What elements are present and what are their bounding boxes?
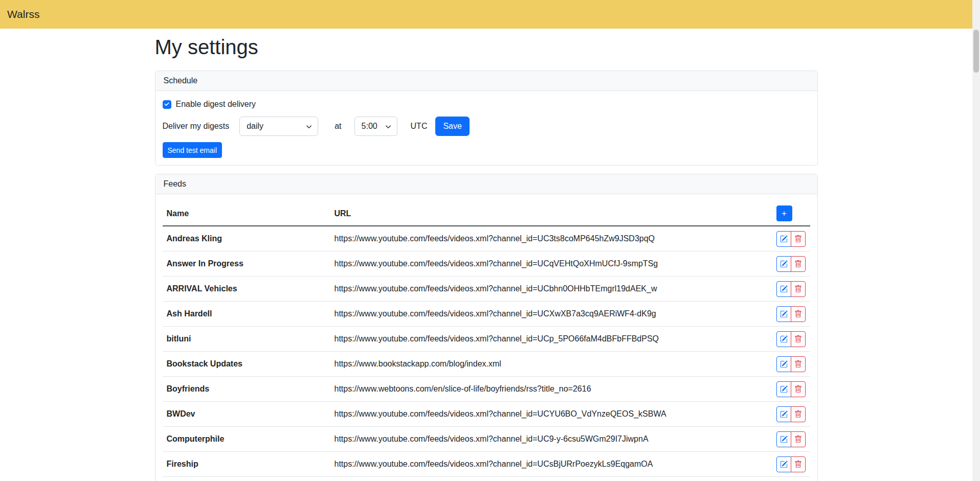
pencil-square-icon — [780, 410, 788, 418]
feed-actions — [776, 456, 806, 472]
navbar: Walrss — [0, 0, 972, 29]
schedule-card: Schedule Enable digest delivery Deliver … — [155, 71, 818, 166]
feed-name: Bookstack Updates — [163, 352, 330, 377]
feed-name: Go Time — [163, 477, 330, 481]
feed-actions — [776, 331, 806, 347]
pencil-square-icon — [780, 335, 788, 343]
pencil-square-icon — [780, 436, 788, 443]
table-row: bitluni https://www.youtube.com/feeds/vi… — [163, 327, 810, 352]
edit-feed-button[interactable] — [776, 256, 791, 272]
feed-url: https://www.youtube.com/feeds/videos.xml… — [330, 452, 772, 477]
trash-icon — [794, 436, 802, 443]
chevron-down-icon — [385, 124, 391, 130]
edit-feed-button[interactable] — [776, 431, 791, 447]
feed-name: Answer In Progress — [163, 251, 330, 277]
table-row: Computerphile https://www.youtube.com/fe… — [163, 427, 810, 452]
deliver-label: Deliver my digests — [163, 120, 230, 132]
feed-name: Andreas Kling — [163, 226, 330, 251]
at-label: at — [335, 120, 341, 132]
delete-feed-button[interactable] — [791, 356, 806, 372]
feed-url: https://www.youtube.com/feeds/videos.xml… — [330, 427, 772, 452]
feed-url: https://www.youtube.com/feeds/videos.xml… — [330, 251, 772, 277]
trash-icon — [794, 335, 802, 343]
feed-name: bitluni — [163, 327, 330, 352]
feed-url: https://www.youtube.com/feeds/videos.xml… — [330, 327, 772, 352]
table-row: Answer In Progress https://www.youtube.c… — [163, 251, 810, 277]
feed-actions — [776, 406, 806, 422]
table-row: Bookstack Updates https://www.bookstacka… — [163, 352, 810, 377]
time-select[interactable]: 5:00 — [354, 117, 397, 136]
feed-actions — [776, 431, 806, 447]
trash-icon — [794, 385, 802, 393]
edit-feed-button[interactable] — [776, 356, 791, 372]
column-header-url: URL — [330, 201, 772, 226]
pencil-square-icon — [780, 260, 788, 268]
delete-feed-button[interactable] — [791, 331, 806, 347]
edit-feed-button[interactable] — [776, 306, 791, 322]
feed-name: ARRIVAL Vehicles — [163, 277, 330, 302]
enable-digest-label[interactable]: Enable digest delivery — [176, 98, 256, 110]
check-icon — [164, 101, 170, 107]
feed-url: https://www.youtube.com/feeds/videos.xml… — [330, 402, 772, 427]
schedule-card-body: Enable digest delivery Deliver my digest… — [155, 91, 817, 165]
feed-url: https://www.youtube.com/feeds/videos.xml… — [330, 226, 772, 251]
feeds-table: Name URL + Andreas Kling https://www.you… — [163, 201, 810, 481]
trash-icon — [794, 410, 802, 418]
table-row: Ash Hardell https://www.youtube.com/feed… — [163, 302, 810, 327]
navbar-brand[interactable]: Walrss — [7, 6, 39, 22]
trash-icon — [794, 360, 802, 368]
table-row: Go Time https://changelog.com/gotime/fee… — [163, 477, 810, 481]
add-feed-button[interactable]: + — [776, 205, 792, 221]
delete-feed-button[interactable] — [791, 406, 806, 422]
page-title: My settings — [155, 35, 818, 59]
edit-feed-button[interactable] — [776, 406, 791, 422]
pencil-square-icon — [780, 360, 788, 368]
feed-actions — [776, 356, 806, 372]
table-row: Fireship https://www.youtube.com/feeds/v… — [163, 452, 810, 477]
schedule-card-header: Schedule — [155, 71, 817, 91]
feeds-table-body: Andreas Kling https://www.youtube.com/fe… — [163, 226, 810, 481]
time-select-value: 5:00 — [362, 120, 377, 132]
delete-feed-button[interactable] — [791, 231, 806, 247]
enable-digest-checkbox[interactable] — [163, 100, 171, 109]
page: Walrss My settings Schedule Enable diges… — [0, 0, 972, 481]
delete-feed-button[interactable] — [791, 281, 806, 297]
frequency-select[interactable]: daily — [239, 117, 318, 136]
table-row: BWDev https://www.youtube.com/feeds/vide… — [163, 402, 810, 427]
trash-icon — [794, 235, 802, 243]
edit-feed-button[interactable] — [776, 456, 791, 472]
feeds-card-header: Feeds — [155, 174, 817, 194]
timezone-label: UTC — [411, 120, 428, 132]
feed-name: Computerphile — [163, 427, 330, 452]
table-row: ARRIVAL Vehicles https://www.youtube.com… — [163, 277, 810, 302]
delete-feed-button[interactable] — [791, 306, 806, 322]
frequency-select-value: daily — [247, 120, 263, 132]
feed-actions — [776, 256, 806, 272]
trash-icon — [794, 285, 802, 293]
feed-actions — [776, 306, 806, 322]
trash-icon — [794, 310, 802, 318]
feed-name: BWDev — [163, 402, 330, 427]
delete-feed-button[interactable] — [791, 381, 806, 397]
edit-feed-button[interactable] — [776, 331, 791, 347]
table-row: Boyfriends https://www.webtoons.com/en/s… — [163, 377, 810, 402]
delete-feed-button[interactable] — [791, 456, 806, 472]
scrollbar[interactable] — [972, 0, 980, 481]
feed-url: https://changelog.com/gotime/feed — [330, 477, 772, 481]
trash-icon — [794, 260, 802, 268]
feed-url: https://www.youtube.com/feeds/videos.xml… — [330, 302, 772, 327]
delete-feed-button[interactable] — [791, 256, 806, 272]
delete-feed-button[interactable] — [791, 431, 806, 447]
feed-url: https://www.bookstackapp.com/blog/index.… — [330, 352, 772, 377]
save-button[interactable]: Save — [435, 117, 469, 136]
feed-name: Fireship — [163, 452, 330, 477]
pencil-square-icon — [780, 461, 788, 468]
scrollbar-thumb[interactable] — [973, 30, 979, 73]
trash-icon — [794, 461, 802, 468]
pencil-square-icon — [780, 310, 788, 318]
send-test-email-button[interactable]: Send test email — [163, 142, 222, 158]
chevron-down-icon — [306, 124, 312, 130]
edit-feed-button[interactable] — [776, 231, 791, 247]
edit-feed-button[interactable] — [776, 381, 791, 397]
edit-feed-button[interactable] — [776, 281, 791, 297]
